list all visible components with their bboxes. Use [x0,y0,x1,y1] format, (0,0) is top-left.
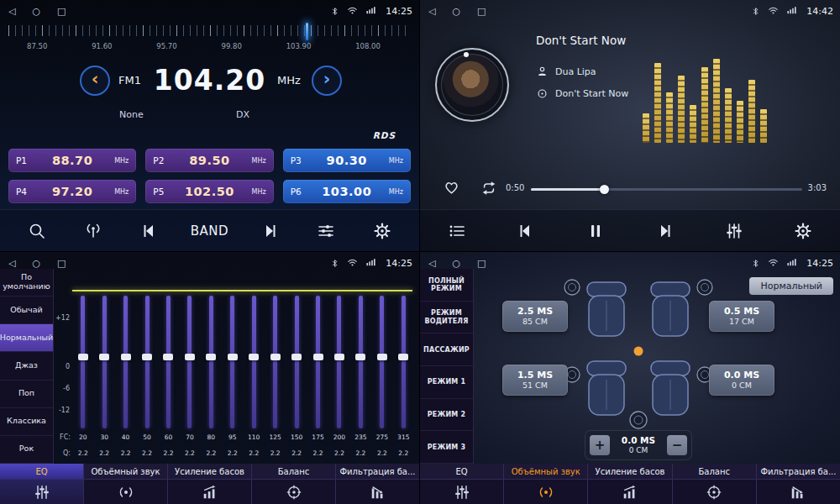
eq-band-handle[interactable] [377,354,387,360]
eq-band-track[interactable] [81,296,85,428]
settings-button[interactable] [788,216,818,246]
preset-button[interactable]: P4 97.20 MHz [8,180,136,203]
eq-band-track[interactable] [359,296,363,428]
repeat-button[interactable] [480,180,497,197]
listening-mode-item[interactable]: ПАССАЖИР [420,333,473,366]
seek-up-button[interactable]: › [312,66,342,96]
preset-button[interactable]: P6 103.00 MHz [283,180,411,203]
tab-eq[interactable]: EQ [420,464,504,504]
eq-preset-item[interactable]: Поп [0,381,53,408]
equalizer-button[interactable] [719,216,749,246]
home-icon[interactable]: ○ [32,259,40,268]
eq-preset-item[interactable]: Рок [0,436,53,464]
eq-band-track[interactable] [380,296,384,428]
listening-mode-item[interactable]: РЕЖИМ 2 [420,399,473,432]
recents-icon[interactable]: □ [477,7,486,16]
album-art[interactable] [435,48,509,122]
eq-band-track[interactable] [402,296,406,428]
chevron-right-icon: › [323,71,331,88]
eq-band-track[interactable] [209,296,213,428]
rear-right-delay[interactable]: 0.0 MS 0 CM [709,365,774,396]
eq-band-handle[interactable] [163,354,173,360]
eq-band-handle[interactable] [313,354,323,360]
eq-band-handle[interactable] [185,354,195,360]
eq-band-handle[interactable] [228,354,238,360]
recents-icon[interactable]: □ [57,7,66,16]
recents-icon[interactable]: □ [477,259,486,268]
eq-band-track[interactable] [187,296,192,428]
front-left-delay[interactable]: 2.5 MS 85 CM [502,301,568,332]
eq-band-track[interactable] [166,296,171,428]
tab-bass-filter[interactable]: Фильтрация ба... [336,464,419,504]
band-button[interactable]: BAND [191,216,228,246]
pause-button[interactable] [580,216,611,246]
eq-band-handle[interactable] [78,354,88,360]
preset-button[interactable]: P1 88.70 MHz [8,149,136,172]
eq-band-handle[interactable] [121,354,131,360]
favorite-button[interactable] [443,179,460,196]
listening-mode-item[interactable]: РЕЖИМ 1 [420,366,473,399]
eq-band-handle[interactable] [355,354,365,360]
tab-eq[interactable]: EQ [0,464,84,504]
audio-settings-button[interactable] [311,216,341,246]
previous-station-button[interactable] [134,216,165,246]
eq-band-handle[interactable] [249,354,259,360]
back-icon[interactable]: ◁ [428,7,435,16]
tab-balance[interactable]: Баланс [673,464,757,504]
eq-band-track[interactable] [145,296,150,428]
back-icon[interactable]: ◁ [8,7,15,16]
next-track-button[interactable] [649,216,680,246]
listening-mode-item[interactable]: РЕЖИМ ВОДИТЕЛЯ [420,302,473,334]
settings-button[interactable] [367,216,397,246]
antenna-button[interactable] [78,216,108,246]
profile-button[interactable]: Нормальный [749,277,833,295]
progress-bar[interactable] [531,188,802,191]
tab-balance[interactable]: Баланс [252,464,336,504]
back-icon[interactable]: ◁ [428,259,435,268]
eq-band-track[interactable] [102,296,107,428]
home-icon[interactable]: ○ [32,7,40,16]
tab-bass-boost[interactable]: Усиление басов [588,464,672,504]
home-icon[interactable]: ○ [452,7,460,16]
progress-knob[interactable] [600,185,609,194]
preset-button[interactable]: P5 102.50 MHz [145,180,273,203]
back-icon[interactable]: ◁ [8,259,15,268]
tab-surround-sound[interactable]: Объёмный звук [84,464,168,504]
rear-left-delay[interactable]: 1.5 MS 51 CM [502,365,568,396]
eq-preset-item[interactable]: Нормальный [0,324,53,352]
decrease-delay-button[interactable]: − [667,435,687,455]
recents-icon[interactable]: □ [57,259,66,268]
playlist-button[interactable] [442,216,472,246]
eq-band-handle[interactable] [291,354,302,360]
eq-band-track[interactable] [316,296,320,428]
eq-band-handle[interactable] [334,354,344,360]
previous-track-button[interactable] [511,216,541,246]
eq-band-track[interactable] [123,296,128,428]
eq-band-track[interactable] [337,296,341,428]
eq-band-track[interactable] [252,296,256,428]
eq-band-handle[interactable] [142,354,152,360]
tab-bass-boost[interactable]: Усиление басов [168,464,252,504]
eq-preset-item[interactable]: Классика [0,408,53,436]
tab-surround-sound[interactable]: Объёмный звук [504,464,588,504]
eq-band-track[interactable] [230,296,234,428]
eq-preset-item[interactable]: Обычай [0,297,53,324]
next-station-button[interactable] [255,216,285,246]
listening-mode-item[interactable]: РЕЖИМ 3 [420,431,473,464]
fc-value: 70 [179,433,200,441]
home-icon[interactable]: ○ [452,259,460,268]
preset-button[interactable]: P2 89.50 MHz [145,149,273,172]
frequency-ruler[interactable]: 87.5091.6095.7099.80103.90108.00 [8,25,411,55]
search-button[interactable] [22,216,52,246]
eq-band-handle[interactable] [206,354,216,360]
tab-bass-filter[interactable]: Фильтрация ба... [757,464,840,504]
eq-band-track[interactable] [295,296,299,428]
front-right-delay[interactable]: 0.5 MS 17 CM [709,301,774,332]
increase-delay-button[interactable]: + [590,435,610,455]
preset-button[interactable]: P3 90.30 MHz [283,149,411,172]
eq-preset-item[interactable]: Джаз [0,352,53,380]
eq-band-handle[interactable] [99,354,109,360]
eq-band-handle[interactable] [398,354,408,360]
eq-band-handle[interactable] [270,354,281,360]
eq-band-track[interactable] [273,296,277,428]
